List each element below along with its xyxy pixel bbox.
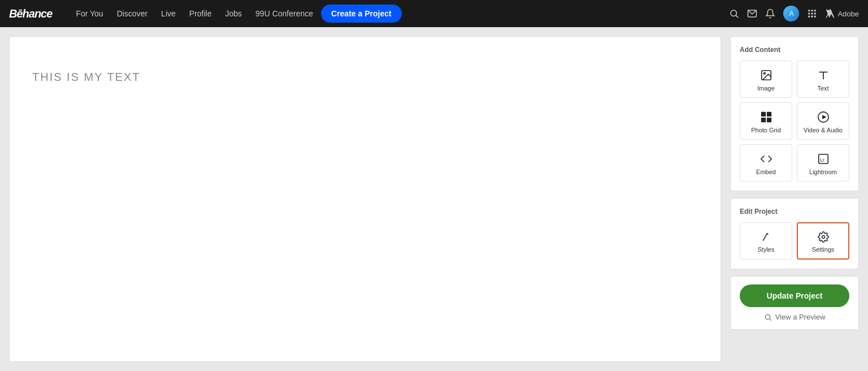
svg-line-28: [769, 318, 771, 320]
nav-discover[interactable]: Discover: [111, 7, 153, 20]
svg-rect-16: [761, 112, 765, 117]
behance-logo[interactable]: Bēhance: [9, 7, 52, 20]
svg-rect-19: [766, 118, 771, 122]
actions-panel: Update Project View a Preview: [730, 276, 859, 330]
adobe-logo: Adobe: [825, 8, 859, 19]
edit-project-title: Edit Project: [740, 208, 849, 215]
svg-marker-21: [822, 115, 826, 119]
navbar-right: A Adobe: [729, 6, 859, 21]
canvas-text: THIS IS MY TEXT: [32, 71, 141, 83]
add-content-title: Add Content: [740, 46, 849, 54]
navbar: Bēhance For You Discover Live Profile Jo…: [0, 0, 868, 27]
svg-rect-17: [766, 112, 771, 117]
svg-rect-11: [814, 16, 816, 18]
text-label: Text: [817, 85, 828, 92]
photo-grid-icon: [760, 111, 772, 123]
image-label: Image: [757, 85, 775, 92]
svg-line-1: [736, 15, 739, 18]
edit-grid: Styles Settings: [740, 222, 849, 260]
avatar[interactable]: A: [783, 6, 799, 21]
add-photo-grid-button[interactable]: Photo Grid: [740, 102, 792, 140]
nav-links: For You Discover Live Profile Jobs 99U C…: [70, 5, 715, 23]
svg-point-0: [731, 10, 737, 16]
sidebar: Add Content Image: [730, 36, 859, 362]
canvas-area: THIS IS MY TEXT: [9, 36, 721, 362]
nav-for-you[interactable]: For You: [70, 7, 108, 20]
preview-label: View a Preview: [775, 313, 826, 321]
lightroom-label: Lightroom: [809, 169, 837, 175]
nav-jobs[interactable]: Jobs: [219, 7, 248, 20]
add-image-button[interactable]: Image: [740, 61, 792, 98]
svg-line-25: [767, 233, 768, 235]
image-icon: [760, 69, 772, 81]
add-lightroom-button[interactable]: Lr Lightroom: [797, 144, 849, 182]
video-label: Video & Audio: [804, 127, 843, 133]
embed-icon: [760, 153, 772, 165]
photo-grid-label: Photo Grid: [751, 127, 781, 133]
content-grid: Image Text: [740, 61, 849, 182]
notifications-icon[interactable]: [765, 8, 775, 19]
create-project-button[interactable]: Create a Project: [321, 5, 402, 23]
svg-rect-7: [811, 13, 813, 15]
svg-point-27: [765, 314, 770, 319]
settings-button[interactable]: Settings: [797, 222, 849, 260]
canvas-content: THIS IS MY TEXT: [10, 37, 721, 118]
styles-label: Styles: [758, 246, 775, 253]
svg-rect-18: [761, 118, 765, 122]
svg-rect-6: [809, 13, 810, 15]
svg-rect-10: [811, 16, 813, 18]
text-icon: [817, 69, 830, 81]
update-project-button[interactable]: Update Project: [740, 284, 849, 307]
nav-99u[interactable]: 99U Conference: [250, 7, 319, 20]
edit-project-panel: Edit Project Styles: [730, 198, 859, 269]
nav-live[interactable]: Live: [155, 7, 181, 20]
apps-grid-icon[interactable]: [807, 8, 817, 19]
lightroom-icon: Lr: [817, 153, 830, 165]
svg-rect-5: [814, 10, 816, 11]
mail-icon[interactable]: [747, 8, 757, 19]
add-content-panel: Add Content Image: [730, 36, 859, 191]
main-layout: THIS IS MY TEXT Add Content Image: [0, 27, 868, 371]
settings-label: Settings: [812, 246, 835, 253]
search-icon[interactable]: [729, 8, 739, 19]
svg-rect-8: [814, 13, 816, 15]
svg-text:Lr: Lr: [820, 158, 824, 163]
settings-icon: [818, 231, 829, 243]
svg-point-13: [763, 72, 765, 74]
add-text-button[interactable]: Text: [797, 61, 849, 98]
svg-point-26: [822, 236, 824, 239]
svg-rect-3: [809, 10, 810, 11]
add-video-button[interactable]: Video & Audio: [797, 102, 849, 140]
svg-rect-9: [809, 16, 810, 18]
add-embed-button[interactable]: Embed: [740, 144, 792, 182]
view-preview-button[interactable]: View a Preview: [740, 313, 849, 321]
styles-icon: [761, 231, 772, 243]
embed-label: Embed: [756, 169, 776, 175]
video-icon: [817, 111, 830, 123]
svg-rect-4: [811, 10, 813, 11]
nav-profile[interactable]: Profile: [184, 7, 218, 20]
styles-button[interactable]: Styles: [740, 222, 792, 260]
svg-line-24: [763, 233, 767, 240]
